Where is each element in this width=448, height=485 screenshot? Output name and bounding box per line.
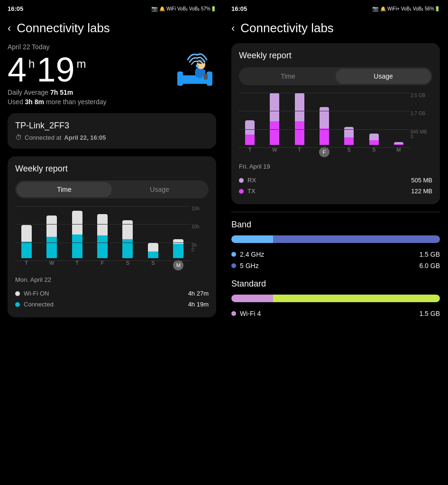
svg-point-8 [196, 64, 199, 67]
legend-label-tx: TX [247, 188, 256, 195]
status-icons-left: 📷 🔔 WiFi VoB₁ VoB₂ 57%🔋 [151, 6, 216, 12]
svg-rect-1 [177, 72, 183, 86]
chart-grid-right-r: 2.5 GB 1.7 GB 845 MB 0 [411, 93, 432, 148]
rday-T1: T [239, 147, 261, 157]
band-bar-24ghz [231, 235, 273, 243]
legend-date-left: Mon. April 22 [15, 276, 209, 283]
legend-dot-connected [15, 302, 20, 307]
grid-845mb: 845 MB [411, 129, 427, 135]
svg-rect-7 [204, 74, 208, 80]
battery-right: 🔔 WiFi+ VoB₁ VoB₂ 56%🔋 [380, 6, 440, 11]
legend-label-wifion: Wi-Fi ON [24, 290, 49, 297]
rday-F-active: F [319, 147, 329, 157]
tab-usage-right[interactable]: Usage [336, 69, 431, 84]
grid-label-15h: 15h [192, 206, 200, 211]
standard-section: Standard Wi-Fi 4 1.5 GB [231, 279, 440, 319]
day-W: W [40, 260, 63, 270]
day-S2: S [142, 260, 164, 270]
weekly-report-title-right: Weekly report [239, 51, 432, 61]
band-value-24ghz: 1.5 GB [419, 251, 440, 258]
network-name: TP-Link_2FF3 [15, 121, 209, 131]
grid-2.5gb: 2.5 GB [411, 93, 425, 98]
legend-wifi-on: Wi-Fi ON 4h 27m [15, 288, 209, 299]
day-S1: S [117, 260, 139, 270]
band-dot-24ghz [231, 252, 236, 257]
rday-M: M [388, 147, 410, 157]
standard-item-wifi4: Wi-Fi 4 1.5 GB [231, 308, 440, 319]
standard-label-wifi4: Wi-Fi 4 [240, 310, 261, 317]
status-icons-right: 📷 🔔 WiFi+ VoB₁ VoB₂ 56%🔋 [372, 6, 440, 12]
wifi-illustration [174, 48, 216, 90]
chart-legend-right: Fri. April 19 RX 505 MB TX 122 MB [239, 163, 432, 197]
standard-dot-wifi4 [231, 311, 236, 316]
network-card: TP-Link_2FF3 ⏱ Connected at April 22, 16… [8, 113, 216, 149]
used-more: Used 3h 8m more than yesterday [8, 98, 216, 106]
day-F: F [91, 260, 113, 270]
band-label-24ghz: 2.4 GHz [240, 251, 264, 258]
clock-icon: ⏱ [15, 134, 22, 141]
legend-tx: TX 122 MB [239, 186, 432, 197]
back-button-right[interactable]: ‹ [231, 22, 235, 35]
weekly-report-card-left: Weekly report Time Usage 15h 10h 5h 0 [8, 156, 216, 317]
standard-bar-wifi5 [273, 295, 440, 302]
back-button-left[interactable]: ‹ [8, 22, 11, 35]
day-M-wrap: M [167, 260, 190, 270]
band-value-5ghz: 6.0 GB [419, 262, 440, 269]
page-title-right: Connectivity labs [240, 21, 334, 36]
day-M-active: M [173, 260, 183, 270]
content-right: Weekly report Time Usage 2.5 GB 1.7 GB 8… [224, 39, 448, 485]
grid-label-5h: 5h [192, 242, 197, 248]
time-display: 4 h 19 m [8, 53, 216, 87]
rday-F-wrap: F [313, 147, 335, 157]
grid-label-0: 0 [192, 247, 194, 252]
legend-dot-rx [239, 178, 244, 183]
camera-icon: 📷 [151, 6, 158, 12]
chart-container-left: 15h 10h 5h 0 [15, 206, 209, 270]
tab-usage-left[interactable]: Usage [112, 182, 207, 197]
tab-time-left[interactable]: Time [17, 182, 112, 197]
grid-label-10h: 10h [192, 224, 200, 229]
rday-S1: S [338, 147, 360, 157]
band-bar-5ghz [273, 235, 440, 243]
day-labels-left: T W T F S S M [15, 260, 190, 270]
legend-label-rx: RX [247, 177, 256, 184]
day-labels-right: T W T F S S M [239, 147, 410, 157]
legend-value-rx: 505 MB [411, 177, 432, 184]
band-item-5ghz: 5 GHz 6.0 GB [231, 260, 440, 271]
grid-lines [15, 206, 191, 261]
page-title-left: Connectivity labs [17, 21, 110, 36]
rday-S2: S [363, 147, 384, 157]
day-T2: T [66, 260, 88, 270]
band-section: Band 2.4 GHz 1.5 GB 5 GHz 6.0 GB [231, 220, 440, 271]
band-item-24ghz: 2.4 GHz 1.5 GB [231, 249, 440, 260]
legend-value-tx: 122 MB [411, 188, 432, 195]
band-dot-5ghz [231, 263, 236, 268]
legend-dot-wifion [15, 291, 20, 296]
page-header-right: ‹ Connectivity labs [224, 15, 448, 39]
tab-switcher-left[interactable]: Time Usage [15, 180, 209, 198]
rday-T2: T [289, 147, 311, 157]
status-time-right: 16:05 [231, 5, 247, 12]
legend-value-connected: 4h 19m [188, 301, 209, 308]
grid-0-r: 0 [411, 134, 413, 139]
standard-bar [231, 295, 440, 302]
standard-value-wifi4: 1.5 GB [419, 310, 440, 317]
left-panel: 16:05 📷 🔔 WiFi VoB₁ VoB₂ 57%🔋 ‹ Connecti… [0, 0, 224, 485]
chart-grid-right: 15h 10h 5h 0 [192, 206, 209, 261]
standard-bar-wifi4 [231, 295, 273, 302]
minutes-value: 19 [37, 53, 74, 87]
grid-1.7gb: 1.7 GB [411, 111, 425, 116]
standard-title: Standard [231, 279, 440, 289]
tab-time-right[interactable]: Time [240, 69, 336, 84]
weekly-report-card-right: Weekly report Time Usage 2.5 GB 1.7 GB 8… [231, 43, 440, 204]
right-panel: 16:05 📷 🔔 WiFi+ VoB₁ VoB₂ 56%🔋 ‹ Connect… [224, 0, 448, 485]
tab-switcher-right[interactable]: Time Usage [239, 67, 432, 85]
status-time-left: 16:05 [8, 5, 23, 12]
band-label-5ghz: 5 GHz [240, 262, 259, 269]
day-T1: T [15, 260, 37, 270]
page-header-left: ‹ Connectivity labs [0, 15, 224, 39]
signal-icons: 🔔 WiFi VoB₁ VoB₂ 57%🔋 [159, 6, 216, 11]
status-bar-right: 16:05 📷 🔔 WiFi+ VoB₁ VoB₂ 56%🔋 [224, 0, 448, 15]
chart-container-right: 2.5 GB 1.7 GB 845 MB 0 [239, 93, 432, 157]
legend-rx: RX 505 MB [239, 175, 432, 186]
